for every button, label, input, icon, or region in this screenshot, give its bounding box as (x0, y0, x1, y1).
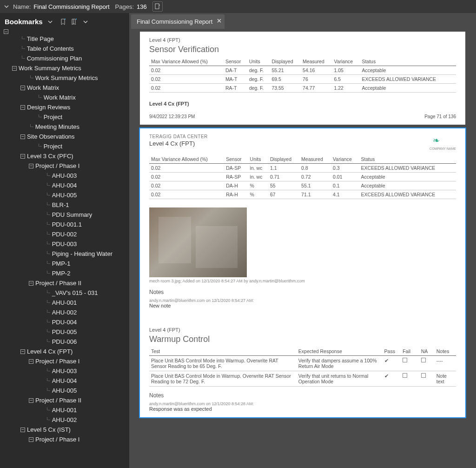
tree-item[interactable]: –Work Summary Metrics (3, 63, 129, 73)
bookmark-add-icon[interactable] (60, 18, 67, 26)
tree-item[interactable]: └··BLR-1 (3, 200, 129, 210)
tree-label: AHU-004 (52, 181, 77, 190)
tree-item[interactable]: └··AHU-003 (3, 366, 129, 376)
tree-item[interactable]: └··PDU-004 (3, 317, 129, 327)
minus-icon[interactable]: – (20, 86, 25, 90)
level-label-2: Level 4 (FPT) (149, 327, 456, 333)
checkbox-icon[interactable] (421, 358, 426, 362)
minus-icon[interactable]: – (20, 428, 25, 432)
tree-label: Piping - Heating Water (52, 249, 112, 259)
minus-icon[interactable]: – (29, 437, 33, 442)
tree-item[interactable]: └··PMP-2 (3, 268, 129, 278)
company-logo-icon: ❧ (430, 134, 443, 147)
tree-leaf-icon: └·· (46, 200, 50, 210)
minus-icon[interactable]: – (4, 29, 8, 34)
tree-item[interactable]: └··PDU-005 (3, 327, 129, 337)
page-72: TERAGIG DATA CENTER Level 4 Cx (FPT) ❧ C… (140, 128, 465, 417)
minus-icon[interactable]: – (29, 281, 33, 286)
tree-item[interactable]: └··Project (3, 141, 129, 151)
minus-icon[interactable]: – (12, 66, 17, 71)
tree-item[interactable]: –Design Reviews (3, 102, 129, 112)
minus-icon[interactable]: – (29, 398, 33, 403)
notes-meta-2: andy.n.martin@bluerithm.com on 12/1/2020… (149, 401, 456, 406)
pages-label: Pages: (115, 3, 134, 10)
table-row: 0.02MA-Tdeg. F.69.5766.5EXCEEDS ALLOWED … (149, 75, 456, 84)
tree-label: AHU-002 (52, 415, 77, 425)
pages-value: 136 (137, 3, 147, 10)
tree-item[interactable]: –Site Observations (3, 132, 129, 141)
tree-item[interactable]: └··_VAV's 015 - 031 (3, 288, 129, 298)
checkbox-icon[interactable] (403, 358, 407, 362)
tree-item[interactable]: –Level 3 Cx (PFC) (3, 151, 129, 161)
tab-report[interactable]: Final Commissioning Report (131, 14, 225, 29)
tree-item[interactable]: –Level 5 Cx (IST) (3, 425, 129, 435)
add-page-icon[interactable] (152, 1, 163, 12)
tree-item[interactable]: –Project / Phase II (3, 395, 129, 405)
tree-leaf-icon: └·· (46, 190, 50, 200)
tree-label: AHU-001 (52, 298, 77, 308)
tree-item[interactable]: └··PDU-002 (3, 229, 129, 239)
bookmark-options-chevron-icon[interactable] (82, 18, 89, 26)
close-icon[interactable] (217, 18, 222, 23)
tree-item[interactable]: └··Table of Contents (3, 44, 129, 53)
document-viewer: Final Commissioning Report Level 4 (FPT)… (129, 13, 476, 468)
tree-label: _VAV's 015 - 031 (52, 288, 98, 298)
tree-item[interactable]: –Project / Phase I (3, 435, 129, 444)
minus-icon[interactable]: – (20, 105, 25, 110)
tree-item[interactable]: –Project / Phase I (3, 356, 129, 366)
tree-leaf-icon: └·· (46, 210, 50, 220)
checkbox-icon[interactable] (403, 373, 407, 378)
chevron-down-icon[interactable] (3, 3, 10, 10)
tree-label: Level 4 Cx (FPT) (27, 347, 73, 356)
tree-item[interactable]: └··PDU-001.1 (3, 220, 129, 229)
tree-leaf-icon: └·· (46, 415, 50, 425)
col-header: Measured (301, 57, 332, 66)
tree-item[interactable]: └··AHU-002 (3, 308, 129, 317)
col-header: Units (248, 155, 268, 164)
tree-item[interactable]: └··AHU-004 (3, 181, 129, 190)
notes-body: New note (149, 303, 456, 308)
minus-icon[interactable]: – (20, 349, 25, 354)
checkbox-icon[interactable] (421, 373, 426, 378)
minus-icon[interactable]: – (29, 164, 33, 168)
minus-icon[interactable]: – (20, 154, 25, 159)
tree-item[interactable]: └··Commissioning Plan (3, 53, 129, 63)
minus-icon[interactable]: – (29, 359, 33, 364)
tree-root[interactable]: – (3, 29, 129, 34)
bookmark-tag-add-icon[interactable] (71, 18, 78, 26)
tree-item[interactable]: └··AHU-002 (3, 415, 129, 425)
tree-item[interactable]: └··AHU-003 (3, 171, 129, 181)
tree-item[interactable]: └··Meeting Minutes (3, 122, 129, 132)
tree-item[interactable]: └··Piping - Heating Water (3, 249, 129, 259)
tree-label: Project / Phase II (35, 278, 81, 288)
tree-item[interactable]: └··PMP-1 (3, 259, 129, 268)
tree-item[interactable]: └··Work Summary Metrics (3, 73, 129, 83)
tree-item[interactable]: –Work Matrix (3, 83, 129, 93)
section-title: Sensor Verification (149, 45, 456, 54)
tree-item[interactable]: └··AHU-004 (3, 376, 129, 386)
tree-item[interactable]: └··PDU-006 (3, 337, 129, 347)
tree-label: PDU-005 (52, 327, 77, 337)
tree-item[interactable]: └··PDU Summary (3, 210, 129, 220)
tree-leaf-icon: └·· (46, 317, 50, 327)
tree-item[interactable]: –Project / Phase II (3, 278, 129, 288)
tree-item[interactable]: └··AHU-001 (3, 298, 129, 308)
tree-item[interactable]: └··Project (3, 112, 129, 122)
tree-item[interactable]: –Project / Phase I (3, 161, 129, 171)
tree-item[interactable]: └··AHU-005 (3, 386, 129, 395)
bookmarks-chevron-icon[interactable] (46, 18, 54, 26)
tree-leaf-icon: └·· (46, 376, 50, 386)
notes-body-2: Response was as expected (149, 406, 456, 412)
tree-item[interactable]: └··AHU-001 (3, 405, 129, 415)
tree-item[interactable]: └··Work Matrix (3, 93, 129, 102)
tree-label: Project (44, 112, 62, 122)
table-row: 0.02DA-H%5555.10.1Acceptable (149, 181, 456, 190)
tree-item[interactable]: └··Title Page (3, 34, 129, 44)
minus-icon[interactable]: – (20, 134, 25, 139)
tree-item[interactable]: └··AHU-005 (3, 190, 129, 200)
tree-label: AHU-003 (52, 171, 77, 181)
tree-item[interactable]: └··PDU-003 (3, 239, 129, 249)
tree-item[interactable]: –Level 4 Cx (FPT) (3, 347, 129, 356)
page-area[interactable]: Level 4 (FPT) Sensor Verification Max Va… (129, 29, 476, 468)
tree-label: Level 3 Cx (PFC) (27, 151, 73, 161)
